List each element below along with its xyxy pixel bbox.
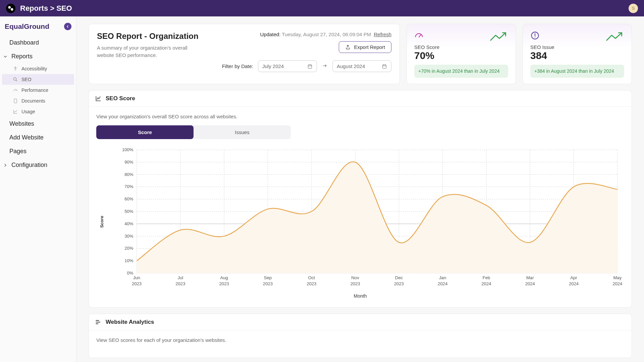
svg-rect-3 [308,65,312,68]
sidebar-item-label: Reports [11,53,33,60]
chart-x-axis-label: Month [96,293,624,299]
trend-up-icon [489,31,508,42]
brand-name: EqualGround [5,22,49,31]
sidebar-item-dashboard[interactable]: Dashboard [0,36,76,50]
sidebar-sub-label: Accessibility [21,66,47,71]
svg-text:2023: 2023 [132,281,142,286]
stat-value: 70% [414,50,439,61]
arrow-left-icon [66,24,70,28]
svg-text:Jan: Jan [439,275,446,280]
sidebar-sub-documents[interactable]: Documents [0,96,76,106]
main-content: SEO Report - Organization A summary of y… [76,16,644,362]
sidebar-sub-label: SEO [21,77,32,82]
svg-text:Jul: Jul [177,275,183,280]
svg-text:2023: 2023 [350,281,360,286]
updated-timestamp: Tuesday, August 27, 2024, 06:09:04 PM [282,32,371,37]
svg-text:70%: 70% [124,184,133,189]
sidebar-item-configuration[interactable]: Configuration [0,158,76,172]
svg-text:Jun: Jun [133,275,140,280]
export-report-button[interactable]: Export Report [339,41,391,53]
refresh-link[interactable]: Refresh [374,32,391,37]
sidebar-item-label: Websites [9,120,34,127]
section-header: SEO Score [89,90,632,107]
sidebar-item-pages[interactable]: Pages [0,144,76,158]
filter-by-date-label: Filter by Date: [222,63,253,69]
stat-value: 384 [530,50,554,61]
svg-point-1 [14,78,16,80]
svg-text:90%: 90% [124,160,133,165]
svg-text:2023: 2023 [219,281,229,286]
sidebar-header: EqualGround [0,21,76,36]
section-header: Website Analytics [89,314,632,330]
stat-card-seo-issue: SEO Issue 384 +384 in August 2024 than i… [523,24,632,84]
sidebar-item-label: Configuration [11,162,47,169]
svg-text:0%: 0% [127,270,133,276]
sidebar-item-add-website[interactable]: Add Website [0,131,76,144]
svg-text:2024: 2024 [612,281,622,286]
user-avatar[interactable]: S [629,4,638,13]
date-to-value: August 2024 [337,63,365,69]
line-chart-icon [95,95,102,102]
chart-container: Score 0%10%20%30%40%50%60%70%80%90%100%J… [96,146,624,292]
svg-text:40%: 40% [124,221,133,226]
gauge-icon [414,31,424,40]
stat-delta: +384 in August 2024 than in July 2024 [530,65,624,78]
chevron-down-icon [3,54,8,59]
svg-text:Mar: Mar [526,275,534,280]
tab-issues[interactable]: Issues [194,125,291,139]
svg-text:30%: 30% [124,234,133,239]
stat-card-seo-score: SEO Score 70% +70% in August 2024 than i… [407,24,516,84]
svg-text:2024: 2024 [569,281,579,286]
date-from-value: July 2024 [262,63,284,69]
section-title: Website Analytics [106,319,154,325]
date-from-picker[interactable]: July 2024 [258,60,317,72]
svg-text:20%: 20% [124,246,133,251]
calendar-icon [382,64,387,69]
sidebar-sub-performance[interactable]: Performance [0,85,76,96]
avatar-initial: S [632,6,635,11]
sidebar-item-reports[interactable]: Reports [0,50,76,63]
svg-text:May: May [613,275,622,280]
sidebar-sub-seo[interactable]: SEO [2,74,74,85]
stat-label: SEO Issue [530,44,554,50]
section-description: View your organization's overall SEO sco… [96,114,624,119]
sidebar-sub-label: Performance [21,87,48,93]
sidebar-item-label: Pages [9,148,26,155]
stat-label: SEO Score [414,44,439,50]
svg-text:Dec: Dec [395,275,403,280]
topbar: Reports > SEO S [0,0,644,16]
svg-text:100%: 100% [122,147,133,152]
seo-icon [13,77,18,82]
svg-text:2023: 2023 [175,281,185,286]
seo-score-chart: 0%10%20%30%40%50%60%70%80%90%100%Jun2023… [116,146,624,291]
sidebar-item-label: Dashboard [9,39,39,46]
page-title: SEO Report - Organization [97,32,200,41]
tab-score[interactable]: Score [96,125,194,139]
svg-text:Sep: Sep [264,275,272,280]
website-analytics-section: Website Analytics View SEO scores for ea… [89,314,632,358]
alert-circle-icon [530,31,540,40]
updated-label: Updated: [260,32,280,37]
svg-text:2024: 2024 [481,281,491,286]
sidebar-sub-usage[interactable]: Usage [0,106,76,117]
sidebar-item-websites[interactable]: Websites [0,117,76,131]
chart-icon [13,109,18,114]
score-issues-toggle: Score Issues [96,125,291,139]
svg-text:80%: 80% [124,172,133,177]
svg-text:2023: 2023 [394,281,404,286]
export-icon [345,45,351,50]
calendar-icon [307,64,313,69]
svg-text:2023: 2023 [307,281,316,286]
date-to-picker[interactable]: August 2024 [332,60,391,72]
chevron-right-icon [3,163,8,168]
svg-text:Apr: Apr [570,275,577,280]
breadcrumb[interactable]: Reports > SEO [20,4,72,13]
svg-text:2024: 2024 [525,281,535,286]
svg-text:Feb: Feb [483,275,490,280]
section-description: View SEO scores for each of your organiz… [96,337,624,343]
sidebar-sub-accessibility[interactable]: Accessibility [0,63,76,74]
section-title: SEO Score [106,95,135,102]
seo-score-section: SEO Score View your organization's overa… [89,90,632,308]
arrow-right-icon [322,63,328,69]
sidebar-collapse-button[interactable] [64,23,71,30]
